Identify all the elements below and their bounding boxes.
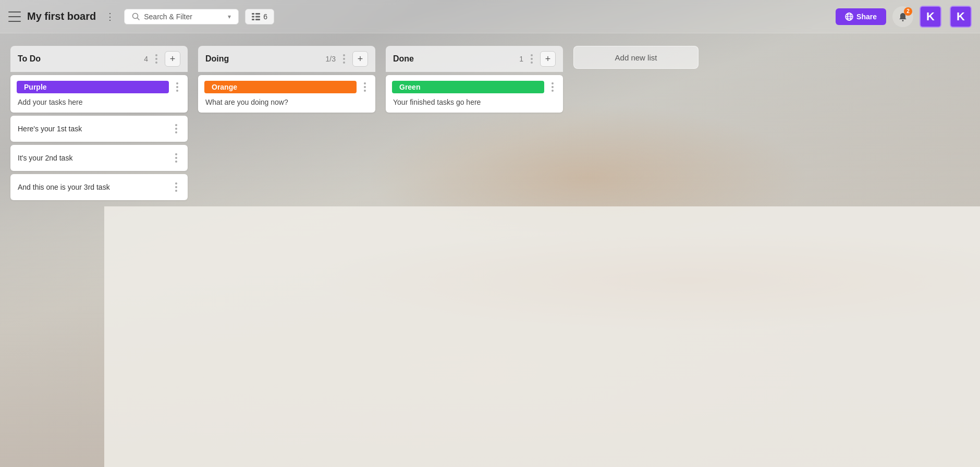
- card-purple: Purple Add your tasks here: [10, 75, 188, 113]
- card-purple-label: Purple: [17, 81, 169, 93]
- list-doing: Doing 1/3 + Orange What are you doing no…: [198, 46, 375, 454]
- svg-rect-7: [255, 19, 260, 20]
- list-doing-add-button[interactable]: +: [352, 51, 368, 67]
- share-label: Share: [856, 13, 877, 21]
- list-todo-header: To Do 4 +: [10, 46, 188, 72]
- avatar-button[interactable]: K: [920, 6, 941, 28]
- card-task1-more[interactable]: [172, 122, 180, 136]
- card-task2-text: It's your 2nd task: [18, 154, 72, 162]
- search-chevron-icon: ▾: [228, 13, 231, 20]
- list-done: Done 1 + Green Your finished tasks go he…: [386, 46, 563, 454]
- card-orange-label: Orange: [204, 81, 357, 93]
- list-done-add-button[interactable]: +: [540, 51, 556, 67]
- notification-badge: 2: [904, 7, 912, 16]
- card-task3-more[interactable]: [172, 180, 180, 194]
- card-orange-label-row: Orange: [198, 75, 375, 94]
- card-green-label-row: Green: [386, 75, 563, 94]
- add-new-list-button[interactable]: Add new list: [573, 46, 699, 69]
- list-todo-count: 4: [144, 55, 148, 63]
- card-task1-text: Here's your 1st task: [18, 125, 82, 133]
- card-purple-more[interactable]: [173, 80, 181, 94]
- card-task1: Here's your 1st task: [10, 116, 188, 142]
- svg-rect-4: [252, 16, 254, 17]
- list-doing-title: Doing: [205, 54, 322, 64]
- svg-rect-5: [255, 16, 260, 17]
- share-button[interactable]: Share: [836, 8, 886, 25]
- card-task3: And this one is your 3rd task: [10, 174, 188, 200]
- svg-rect-6: [252, 19, 254, 20]
- search-filter-button[interactable]: Search & Filter ▾: [124, 9, 239, 24]
- hamburger-menu-icon[interactable]: [8, 11, 21, 22]
- svg-point-13: [902, 20, 904, 21]
- list-done-more[interactable]: [528, 52, 536, 66]
- svg-rect-2: [252, 13, 254, 15]
- search-icon: [132, 13, 140, 20]
- item-count-button[interactable]: 6: [245, 9, 274, 24]
- search-filter-label: Search & Filter: [144, 13, 192, 21]
- card-green-more[interactable]: [548, 80, 557, 94]
- card-orange-text: What are you doing now?: [198, 94, 375, 113]
- list-todo-title: To Do: [18, 54, 140, 64]
- svg-line-1: [138, 18, 140, 20]
- card-green-label: Green: [392, 81, 544, 93]
- list-done-header: Done 1 +: [386, 46, 563, 72]
- item-count-value: 6: [263, 13, 267, 21]
- card-purple-text: Add your tasks here: [10, 94, 188, 113]
- card-task3-text: And this one is your 3rd task: [18, 183, 110, 191]
- list-todo: To Do 4 + Purple Add your tasks here Her…: [10, 46, 188, 454]
- list-doing-count: 1/3: [326, 55, 336, 63]
- card-green-text: Your finished tasks go here: [386, 94, 563, 113]
- avatar-letter: K: [926, 10, 935, 23]
- list-todo-more[interactable]: [152, 52, 161, 66]
- board-more-icon[interactable]: ⋮: [102, 9, 118, 24]
- list-done-title: Done: [393, 54, 515, 64]
- card-purple-label-row: Purple: [10, 75, 188, 94]
- list-done-count: 1: [519, 55, 523, 63]
- card-green: Green Your finished tasks go here: [386, 75, 563, 113]
- list-todo-add-button[interactable]: +: [165, 51, 180, 67]
- list-doing-header: Doing 1/3 +: [198, 46, 375, 72]
- card-orange-more[interactable]: [361, 80, 369, 94]
- card-task2-more[interactable]: [172, 151, 180, 165]
- board-title: My first board: [27, 10, 96, 22]
- header: My first board ⋮ Search & Filter ▾ 6 S: [0, 0, 980, 33]
- board-area: To Do 4 + Purple Add your tasks here Her…: [0, 33, 980, 467]
- avatar-secondary-letter: K: [957, 10, 965, 23]
- notification-button[interactable]: 2: [892, 6, 913, 27]
- add-new-list-label: Add new list: [615, 53, 657, 62]
- list-doing-more[interactable]: [340, 52, 348, 66]
- card-orange: Orange What are you doing now?: [198, 75, 375, 113]
- globe-icon: [845, 13, 853, 21]
- list-view-icon: [252, 13, 260, 20]
- card-task2: It's your 2nd task: [10, 145, 188, 171]
- svg-rect-3: [255, 13, 260, 15]
- avatar-secondary[interactable]: K: [950, 6, 972, 28]
